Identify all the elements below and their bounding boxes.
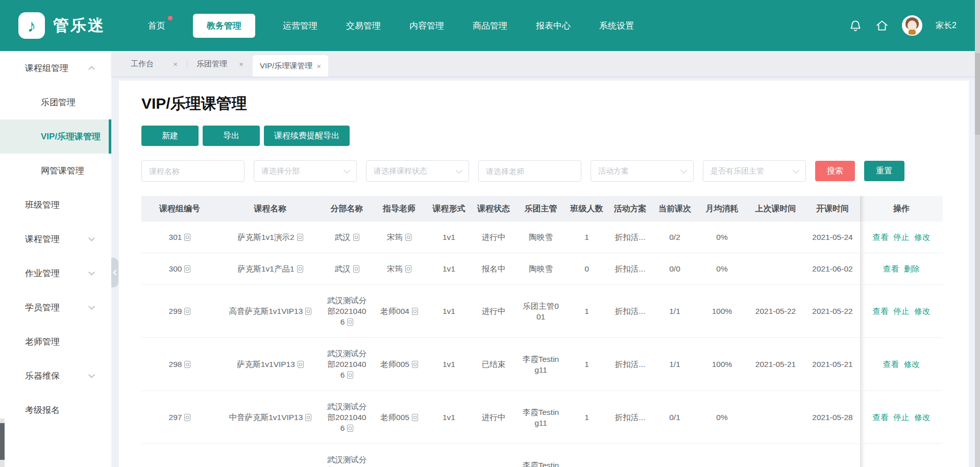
window-scrollbar-thumb[interactable] bbox=[975, 53, 980, 135]
chevron-down-icon bbox=[88, 303, 95, 310]
action-link-查看[interactable]: 查看 bbox=[873, 233, 889, 241]
copy-icon[interactable] bbox=[184, 265, 190, 273]
nav-item-运营管理[interactable]: 运营管理 bbox=[282, 14, 318, 38]
sidebar-item-VIP/乐理课管理[interactable]: VIP/乐理课管理 bbox=[0, 119, 111, 154]
cell-text: 0/2 bbox=[669, 233, 680, 241]
action-link-删除[interactable]: 删除 bbox=[904, 264, 920, 273]
sidebar-item-乐团管理[interactable]: 乐团管理 bbox=[0, 85, 111, 119]
action-link-修改[interactable]: 修改 bbox=[915, 413, 930, 422]
action-link-查看[interactable]: 查看 bbox=[873, 307, 889, 315]
copy-icon[interactable] bbox=[298, 361, 304, 368]
tab-工作台[interactable]: 工作台× bbox=[121, 51, 187, 77]
select-placeholder: 请选择课程状态 bbox=[374, 166, 457, 176]
sidebar-item-乐器维保[interactable]: 乐器维保 bbox=[0, 359, 111, 393]
cell-supervisor: 李霞Testing11 bbox=[517, 444, 565, 467]
copy-icon[interactable] bbox=[305, 308, 311, 315]
filter-input-课程名称[interactable] bbox=[141, 160, 244, 182]
tab-乐团管理[interactable]: 乐团管理× bbox=[187, 51, 253, 77]
home-icon[interactable] bbox=[875, 19, 889, 32]
filter-input-field[interactable] bbox=[486, 167, 574, 176]
copy-icon[interactable] bbox=[347, 372, 353, 379]
action-link-查看[interactable]: 查看 bbox=[883, 360, 899, 368]
window-scrollbar-track[interactable] bbox=[975, 0, 980, 467]
sidebar-item-学员管理[interactable]: 学员管理 bbox=[0, 290, 111, 325]
tab-close-icon[interactable]: × bbox=[173, 60, 178, 68]
copy-icon[interactable] bbox=[184, 361, 190, 368]
sidebar-item-label: 课程管理 bbox=[25, 233, 60, 245]
cell-actions: 查看停止修改 bbox=[860, 391, 943, 444]
action-link-停止[interactable]: 停止 bbox=[894, 233, 910, 241]
nav-item-教务管理[interactable]: 教务管理 bbox=[193, 14, 255, 38]
cell-text: 0% bbox=[716, 233, 727, 241]
tab-VIP/乐理课管理[interactable]: VIP/乐理课管理× bbox=[253, 55, 328, 77]
copy-icon[interactable] bbox=[347, 318, 353, 326]
copy-icon[interactable] bbox=[297, 234, 303, 241]
tab-close-icon[interactable]: × bbox=[239, 60, 243, 68]
user-name[interactable]: 家长2 bbox=[936, 20, 957, 31]
sidebar-item-老师管理[interactable]: 老师管理 bbox=[0, 325, 111, 359]
copy-icon[interactable] bbox=[353, 265, 359, 273]
nav-item-系统设置[interactable]: 系统设置 bbox=[598, 14, 635, 38]
action-button-导出[interactable]: 导出 bbox=[203, 126, 260, 146]
cell-text: 进行中 bbox=[482, 307, 506, 315]
cell-form: 1v1 bbox=[427, 391, 471, 444]
cell-name: 萨克斯1v1VIP13 bbox=[218, 338, 323, 391]
sidebar-item-考级报名[interactable]: 考级报名 bbox=[0, 393, 111, 427]
sidebar-item-label: 考级报名 bbox=[25, 404, 60, 416]
copy-icon[interactable] bbox=[412, 308, 418, 315]
copy-icon[interactable] bbox=[353, 234, 359, 241]
action-link-修改[interactable]: 修改 bbox=[915, 307, 930, 315]
nav-item-报表中心[interactable]: 报表中心 bbox=[535, 14, 572, 38]
action-link-查看[interactable]: 查看 bbox=[883, 264, 899, 273]
cell-name bbox=[218, 444, 323, 467]
reset-button[interactable]: 重置 bbox=[864, 161, 904, 181]
nav-item-首页[interactable]: 首页 bbox=[147, 14, 166, 38]
copy-icon[interactable] bbox=[184, 414, 190, 421]
sidebar-collapse-handle[interactable] bbox=[111, 258, 118, 287]
cell-text: 2021-05-22 bbox=[812, 307, 852, 315]
nav-item-交易管理[interactable]: 交易管理 bbox=[345, 14, 382, 38]
filter-input-field[interactable] bbox=[149, 167, 237, 176]
sidebar-scrollbar-thumb[interactable] bbox=[0, 423, 5, 460]
nav-item-商品管理[interactable]: 商品管理 bbox=[472, 14, 508, 38]
tab-close-icon[interactable]: × bbox=[316, 62, 321, 70]
search-button[interactable]: 搜索 bbox=[815, 161, 855, 181]
action-button-课程续费提醒导出[interactable]: 课程续费提醒导出 bbox=[264, 126, 350, 146]
notification-bell-icon[interactable] bbox=[849, 19, 862, 32]
action-link-修改[interactable]: 修改 bbox=[915, 233, 930, 241]
nav-item-内容管理[interactable]: 内容管理 bbox=[408, 14, 445, 38]
user-avatar[interactable] bbox=[902, 15, 922, 36]
sidebar-item-班级管理[interactable]: 班级管理 bbox=[0, 188, 111, 222]
action-button-新建[interactable]: 新建 bbox=[141, 126, 199, 146]
copy-icon[interactable] bbox=[405, 234, 411, 241]
filter-select-是否有乐团主管[interactable]: 是否有乐团主管 bbox=[703, 160, 806, 182]
filter-input-请选择老师[interactable] bbox=[478, 160, 581, 182]
filter-select-活动方案[interactable]: 活动方案 bbox=[591, 160, 694, 182]
action-link-修改[interactable]: 修改 bbox=[904, 360, 920, 368]
sidebar-item-网管课管理[interactable]: 网管课管理 bbox=[0, 154, 111, 188]
copy-icon[interactable] bbox=[412, 361, 418, 368]
cell-text: 李霞Testing11 bbox=[523, 355, 559, 374]
sidebar-item-作业管理[interactable]: 作业管理 bbox=[0, 256, 111, 290]
sidebar-item-课程管理[interactable]: 课程管理 bbox=[0, 222, 111, 256]
cell-text: 1v1 bbox=[443, 307, 455, 315]
cell-code: 301 bbox=[141, 222, 218, 253]
copy-icon[interactable] bbox=[184, 308, 190, 315]
action-link-停止[interactable]: 停止 bbox=[894, 413, 910, 422]
cell-code: 299 bbox=[141, 285, 218, 338]
column-header-指导老师: 指导老师 bbox=[371, 196, 427, 222]
copy-icon[interactable] bbox=[412, 414, 418, 421]
cell-current: 0/0 bbox=[652, 253, 698, 285]
cell-text: 1/1 bbox=[669, 307, 680, 315]
filter-select-请选择课程状态[interactable]: 请选择课程状态 bbox=[366, 160, 469, 182]
action-link-停止[interactable]: 停止 bbox=[894, 307, 910, 315]
copy-icon[interactable] bbox=[184, 234, 190, 241]
sidebar-item-课程组管理[interactable]: 课程组管理 bbox=[0, 51, 111, 85]
action-link-查看[interactable]: 查看 bbox=[873, 413, 889, 422]
copy-icon[interactable] bbox=[297, 265, 303, 273]
filter-select-请选择分部[interactable]: 请选择分部 bbox=[254, 160, 357, 182]
copy-icon[interactable] bbox=[347, 425, 353, 432]
main-nav: 首页教务管理运营管理交易管理内容管理商品管理报表中心系统设置 bbox=[147, 14, 635, 38]
copy-icon[interactable] bbox=[305, 414, 311, 421]
copy-icon[interactable] bbox=[405, 265, 411, 273]
